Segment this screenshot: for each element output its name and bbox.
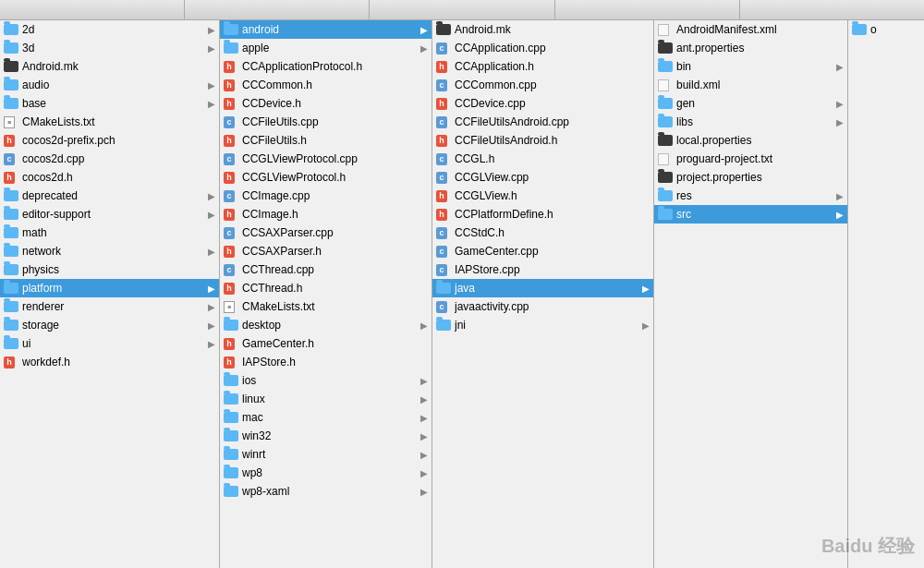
list-item[interactable]: cGameCenter.cpp: [432, 242, 653, 260]
list-item[interactable]: 3d▶: [0, 39, 219, 57]
list-item[interactable]: math: [0, 224, 219, 242]
list-item[interactable]: cCCGL.h: [432, 150, 653, 168]
list-item[interactable]: hCCApplicationProtocol.h: [220, 57, 432, 76]
file-label: CCGLView.cpp: [455, 171, 650, 184]
file-label: CCGL.h: [455, 152, 650, 165]
file-label: CCFileUtilsAndroid.cpp: [455, 115, 650, 128]
list-item[interactable]: ui▶: [0, 334, 219, 353]
list-item[interactable]: cCCThread.cpp: [220, 260, 432, 279]
list-item[interactable]: linux▶: [220, 390, 432, 408]
list-item[interactable]: winrt▶: [220, 445, 432, 464]
list-item[interactable]: deprecated▶: [0, 187, 219, 205]
list-item[interactable]: project.properties: [654, 168, 847, 187]
chevron-right-icon: ▶: [208, 320, 215, 331]
txt-icon: ≡: [224, 301, 235, 313]
list-item[interactable]: gen▶: [654, 94, 847, 113]
list-item[interactable]: ≡CMakeLists.txt: [220, 297, 432, 316]
list-item[interactable]: bin▶: [654, 57, 847, 76]
list-item[interactable]: physics: [0, 260, 219, 279]
list-item[interactable]: hCCCommon.h: [220, 76, 432, 94]
list-item[interactable]: cCCStdC.h: [432, 224, 653, 242]
list-item[interactable]: hCCImage.h: [220, 205, 432, 224]
list-item[interactable]: desktop▶: [220, 316, 432, 334]
c-icon: c: [4, 153, 15, 165]
list-item[interactable]: 2d▶: [0, 20, 219, 39]
chevron-right-icon: ▶: [208, 25, 215, 35]
list-item[interactable]: cIAPStore.cpp: [432, 260, 653, 279]
list-item[interactable]: hCCApplication.h: [432, 57, 653, 76]
file-icon-wrap: h: [436, 207, 451, 222]
list-item[interactable]: editor-support▶: [0, 205, 219, 224]
list-item[interactable]: platform▶: [0, 279, 219, 297]
list-item[interactable]: o: [848, 20, 924, 39]
list-item[interactable]: local.properties: [654, 131, 847, 150]
list-item[interactable]: cCCGLView.cpp: [432, 168, 653, 187]
list-item[interactable]: cjavaactivity.cpp: [432, 297, 653, 316]
chevron-right-icon: ▶: [208, 339, 215, 349]
file-icon-wrap: [224, 22, 238, 37]
list-item[interactable]: ant.properties: [654, 39, 847, 57]
file-label: CCFileUtilsAndroid.h: [455, 134, 650, 147]
list-item[interactable]: wp8▶: [220, 464, 432, 482]
list-item[interactable]: win32▶: [220, 427, 432, 445]
file-icon-wrap: [224, 318, 238, 332]
list-item[interactable]: src▶: [654, 205, 847, 224]
file-label: javaactivity.cpp: [455, 300, 650, 313]
list-item[interactable]: cCCApplication.cpp: [432, 39, 653, 57]
list-item[interactable]: hGameCenter.h: [220, 334, 432, 353]
list-item[interactable]: renderer▶: [0, 297, 219, 316]
list-item[interactable]: ccocos2d.cpp: [0, 150, 219, 168]
list-item[interactable]: cCCFileUtilsAndroid.cpp: [432, 113, 653, 131]
list-item[interactable]: audio▶: [0, 76, 219, 94]
folder-icon: [4, 209, 18, 220]
list-item[interactable]: hworkdef.h: [0, 353, 219, 371]
file-icon-wrap: [658, 22, 673, 37]
folder-icon: [224, 430, 238, 441]
list-item[interactable]: hCCFileUtilsAndroid.h: [432, 131, 653, 150]
list-item[interactable]: hCCFileUtils.h: [220, 131, 432, 150]
list-item[interactable]: proguard-project.txt: [654, 150, 847, 168]
list-item[interactable]: hIAPStore.h: [220, 353, 432, 371]
list-item[interactable]: android▶: [220, 20, 432, 39]
file-icon-wrap: [4, 22, 18, 37]
list-item[interactable]: ≡CMakeLists.txt: [0, 113, 219, 131]
list-item[interactable]: hCCDevice.h: [220, 94, 432, 113]
file-icon-wrap: c: [436, 244, 451, 259]
list-item[interactable]: hCCPlatformDefine.h: [432, 205, 653, 224]
list-item[interactable]: cCCImage.cpp: [220, 187, 432, 205]
chevron-right-icon: ▶: [420, 394, 428, 405]
list-item[interactable]: base▶: [0, 94, 219, 113]
list-item[interactable]: Android.mk: [432, 20, 653, 39]
list-item[interactable]: Android.mk: [0, 57, 219, 76]
list-item[interactable]: mac▶: [220, 408, 432, 427]
file-icon-wrap: [224, 484, 238, 499]
list-item[interactable]: java▶: [432, 279, 653, 297]
list-item[interactable]: libs▶: [654, 113, 847, 131]
list-item[interactable]: wp8-xaml▶: [220, 482, 432, 501]
list-item[interactable]: network▶: [0, 242, 219, 260]
file-label: CCImage.h: [242, 208, 428, 221]
list-item[interactable]: hCCSAXParser.h: [220, 242, 432, 260]
file-label: win32: [242, 429, 419, 442]
list-item[interactable]: apple▶: [220, 39, 432, 57]
list-item[interactable]: AndroidManifest.xml: [654, 20, 847, 39]
list-item[interactable]: res▶: [654, 187, 847, 205]
list-item[interactable]: build.xml: [654, 76, 847, 94]
list-item[interactable]: hCCGLViewProtocol.h: [220, 168, 432, 187]
list-item[interactable]: hcocos2d.h: [0, 168, 219, 187]
list-item[interactable]: hCCThread.h: [220, 279, 432, 297]
list-item[interactable]: hcocos2d-prefix.pch: [0, 131, 219, 150]
list-item[interactable]: ios▶: [220, 371, 432, 390]
chevron-right-icon: ▶: [420, 320, 428, 331]
list-item[interactable]: storage▶: [0, 316, 219, 334]
list-item[interactable]: jni▶: [432, 316, 653, 334]
list-item[interactable]: hCCDevice.cpp: [432, 94, 653, 113]
list-item[interactable]: cCCFileUtils.cpp: [220, 113, 432, 131]
file-label: deprecated: [22, 189, 206, 202]
list-item[interactable]: cCCGLViewProtocol.cpp: [220, 150, 432, 168]
file-label: CCThread.cpp: [242, 263, 428, 276]
list-item[interactable]: hCCGLView.h: [432, 187, 653, 205]
list-item[interactable]: cCCSAXParser.cpp: [220, 224, 432, 242]
list-item[interactable]: cCCCommon.cpp: [432, 76, 653, 94]
file-label: 3d: [22, 42, 206, 54]
